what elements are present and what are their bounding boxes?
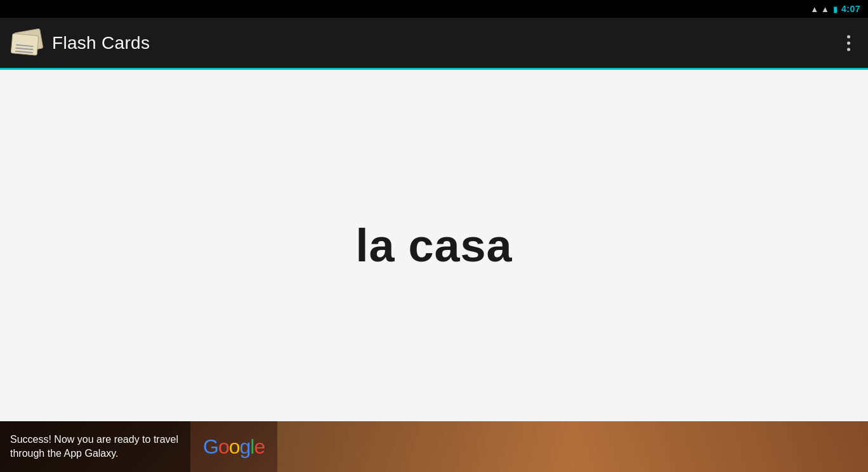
google-logo-text: Google: [203, 435, 265, 459]
overflow-dot-1: [847, 35, 850, 38]
overflow-dot-2: [847, 41, 850, 44]
signal-indicator: ▲ ▲: [810, 4, 829, 14]
card-lines: [15, 44, 34, 55]
battery-icon: ▮: [833, 4, 838, 14]
app-title: Flash Cards: [52, 33, 150, 53]
google-g2: g: [239, 435, 250, 458]
google-o1: o: [218, 435, 229, 458]
battery-indicator: ▮: [833, 4, 838, 14]
ad-text-section: Success! Now you are ready to travel thr…: [0, 421, 190, 472]
status-bar: ▲ ▲ ▮ 4:07: [0, 0, 868, 18]
app-bar-left: Flash Cards: [10, 28, 150, 58]
ad-text: Success! Now you are ready to travel thr…: [10, 433, 180, 461]
google-g: G: [203, 435, 218, 458]
overflow-dot-3: [847, 48, 850, 51]
ad-logo-section: Google: [190, 421, 277, 472]
card-line-3: [15, 50, 33, 53]
ad-background-image: [277, 421, 868, 472]
card-line: [16, 44, 34, 46]
app-icon: [10, 28, 43, 58]
flash-card-area[interactable]: la casa: [0, 70, 868, 421]
flash-card-word: la casa: [355, 220, 512, 272]
card-front: [11, 33, 39, 56]
ad-banner[interactable]: Success! Now you are ready to travel thr…: [0, 421, 868, 472]
signal-icon: ▲: [810, 4, 819, 14]
signal-icon-2: ▲: [821, 4, 829, 14]
overflow-menu-button[interactable]: [842, 30, 855, 56]
google-o2: o: [229, 435, 240, 458]
card-line-2: [15, 47, 33, 49]
app-bar: Flash Cards: [0, 18, 868, 70]
time-display: 4:07: [841, 4, 860, 14]
google-e: e: [254, 435, 265, 458]
